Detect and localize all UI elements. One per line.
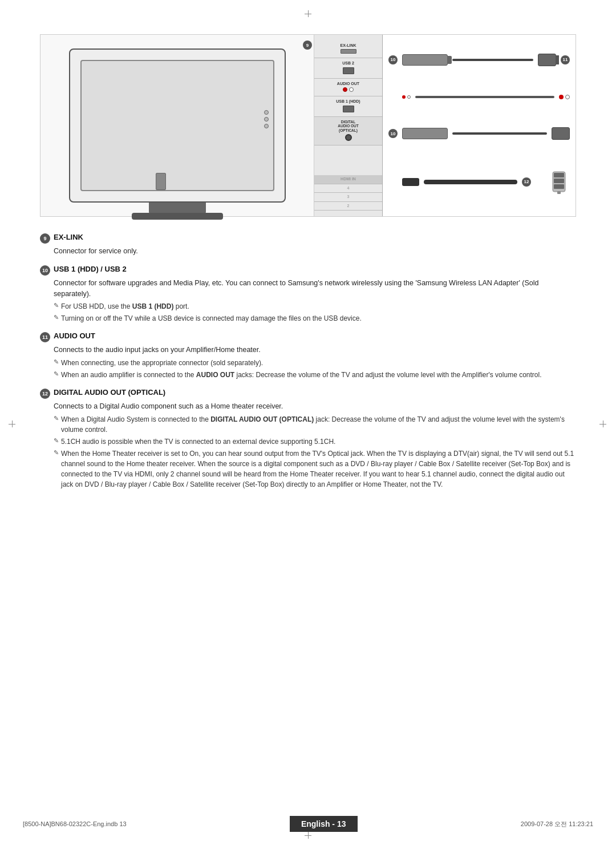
note-icon-4: ✎ [54,370,59,378]
page-number: English - 13 [290,816,358,832]
port-number-9: 9 [303,41,312,50]
hdmi4-label: 4 [347,186,350,191]
hdmi2-label: 2 [347,204,350,208]
number-11: 11 [561,55,570,64]
connection-diagram: 9 EX-LINK USB 2 AUDIO OUT USB 1 (HDD) [40,34,576,217]
desc-usb: Connector for software upgrades and Medi… [54,278,576,300]
section-digital-audio: 12 DIGITAL AUDIO OUT (OPTICAL) Connects … [40,388,576,490]
note-digital-2: ✎ 5.1CH audio is possible when the TV is… [54,436,576,447]
number-10-usb1: 10 [388,129,398,138]
desc-digital-audio: Connects to a Digital Audio component su… [54,401,576,412]
optical-connector-row: 12 [388,166,570,197]
cables-area: 10 11 [383,35,576,216]
note-digital-1: ✎ When a Digital Audio System is connect… [54,414,576,435]
note-audio-1: ✎ When connecting, use the appropriate c… [54,358,576,368]
exlink-label: EX-LINK [341,43,356,48]
note-digital-3: ✎ When the Home Theater receiver is set … [54,448,576,490]
usb1-label: USB 1 (HDD) [336,99,360,104]
number-12: 12 [522,177,531,187]
page-footer: [8500-NA]BN68-02322C-Eng.indb 13 English… [0,816,616,832]
svg-rect-3 [554,184,564,189]
tv-buttons [264,110,269,128]
note-icon-5: ✎ [54,415,59,422]
note-usb-1: ✎ For USB HDD, use the USB 1 (HDD) port. [54,301,576,312]
note-usb-2: ✎ Turning on or off the TV while a USB d… [54,313,576,324]
speaker-icon [536,166,570,197]
note-text-digital-3: When the Home Theater receiver is set to… [61,448,576,490]
note-icon-2: ✎ [54,314,59,321]
hdmi-in-label: HDMI IN [341,177,356,181]
title-usb: USB 1 (HDD) / USB 2 [54,265,127,273]
badge-10: 10 [40,265,50,276]
tv-base [132,213,223,220]
tv-illustration [40,35,314,216]
tv-screen [80,60,274,191]
desc-audio-out: Connects to the audio input jacks on you… [54,345,576,355]
usb2-connector-row: 10 11 [388,54,570,66]
tv-outline [69,48,286,203]
title-exlink: EX-LINK [54,233,83,241]
note-audio-2: ✎ When an audio amplifier is connected t… [54,370,576,380]
desc-exlink: Connector for service only. [54,246,576,257]
section-exlink: 9 EX-LINK Connector for service only. [40,233,576,257]
title-digital-audio: DIGITAL AUDIO OUT (OPTICAL) [54,388,165,397]
audio-out-label: AUDIO OUT [337,82,359,86]
note-text-digital-2: 5.1CH audio is possible when the TV is c… [61,436,335,447]
footer-left: [8500-NA]BN68-02322C-Eng.indb 13 [23,820,127,827]
title-audio-out: AUDIO OUT [54,331,95,340]
usb1-connector-row: 10 [388,127,570,140]
hdmi3-label: 3 [347,195,350,199]
svg-rect-1 [554,173,564,177]
note-text-audio-2: When an audio amplifier is connected to … [61,370,542,380]
registration-mark-right [599,421,607,428]
note-text-usb-2: Turning on or off the TV while a USB dev… [61,313,362,324]
badge-9: 9 [40,233,50,244]
section-usb: 10 USB 1 (HDD) / USB 2 Connector for sof… [40,265,576,324]
note-text-usb-1: For USB HDD, use the USB 1 (HDD) port. [61,301,189,312]
note-text-audio-1: When connecting, use the appropriate con… [61,358,263,368]
tv-stand [149,203,206,214]
registration-mark-top [305,10,311,17]
audio-connector-row [388,92,570,102]
note-icon-1: ✎ [54,302,59,309]
digital-audio-label: DIGITALAUDIO OUT(OPTICAL) [338,120,358,133]
badge-12: 12 [40,389,50,399]
registration-mark-left [9,421,17,428]
registration-mark-bottom [305,832,311,839]
note-text-digital-1: When a Digital Audio System is connected… [61,414,576,435]
note-icon-7: ✎ [54,449,59,456]
svg-rect-2 [554,179,564,183]
note-icon-6: ✎ [54,437,59,444]
page-content: 9 EX-LINK USB 2 AUDIO OUT USB 1 (HDD) [0,0,616,543]
number-10-usb2: 10 [388,55,398,64]
port-panel: 9 EX-LINK USB 2 AUDIO OUT USB 1 (HDD) [314,35,383,216]
svg-rect-4 [557,191,561,194]
note-icon-3: ✎ [54,358,59,366]
badge-11: 11 [40,332,50,342]
footer-right: 2009-07-28 오전 11:23:21 [521,820,593,828]
section-audio-out: 11 AUDIO OUT Connects to the audio input… [40,331,576,380]
usb2-label: USB 2 [342,61,354,66]
